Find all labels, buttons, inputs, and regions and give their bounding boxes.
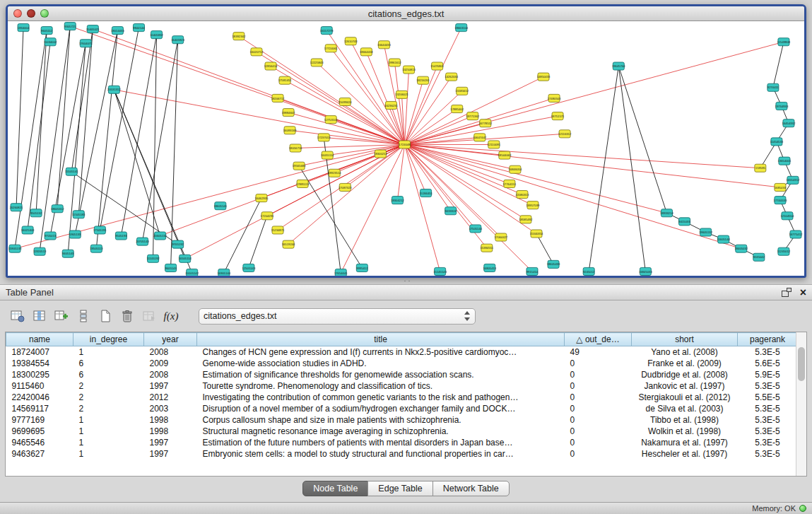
table-row[interactable]: 1938455462009Genome-wide association stu… (6, 358, 798, 369)
graph-node[interactable]: 9405143 (62, 250, 74, 257)
graph-edge[interactable] (404, 28, 461, 144)
graph-node[interactable]: 11034002 (44, 38, 57, 46)
graph-node[interactable]: 19605132 (699, 228, 712, 236)
close-panel-icon[interactable]: × (800, 288, 806, 298)
table-row[interactable]: 1830029562008Estimation of significance … (6, 369, 798, 380)
graph-node[interactable]: 16905144 (217, 269, 230, 276)
graph-node[interactable]: 19565683 (293, 162, 306, 170)
graph-edge[interactable] (536, 234, 553, 264)
table-cell[interactable]: Investigating the contribution of common… (197, 392, 565, 403)
graph-node[interactable]: 16020712 (250, 48, 264, 56)
graph-node[interactable]: 17724061 (324, 45, 338, 52)
network-view[interactable]: 1724048183923421602071212856414175814511… (8, 22, 804, 276)
graph-edge[interactable] (589, 66, 618, 271)
graph-node[interactable]: 19734933 (775, 102, 789, 110)
table-cell[interactable]: Tourette syndrome. Phenomenology and cla… (197, 380, 565, 392)
graph-node[interactable]: 12505143 (242, 264, 256, 271)
graph-node[interactable]: 18392342 (233, 33, 246, 40)
graph-edge[interactable] (404, 144, 475, 228)
table-cell[interactable]: 1 (73, 426, 144, 437)
table-cell[interactable]: 0 (565, 369, 632, 380)
float-panel-icon[interactable] (782, 288, 792, 297)
graph-edge[interactable] (16, 28, 23, 207)
graph-node[interactable]: 1834004 (18, 24, 30, 32)
table-cell[interactable]: 2 (73, 380, 144, 392)
graph-node[interactable]: 16093169 (283, 127, 297, 134)
graph-node[interactable]: 15905133 (8, 245, 22, 252)
table-cell[interactable]: 5.3E-5 (738, 380, 798, 392)
graph-node[interactable]: 9995412 (356, 264, 368, 271)
zoom-window-button[interactable] (40, 9, 49, 18)
graph-node[interactable]: 16405923 (171, 36, 184, 44)
graph-node[interactable]: 159585 (755, 164, 766, 172)
table-cell[interactable]: 19384554 (6, 358, 73, 369)
graph-node[interactable]: 12610743 (344, 37, 358, 45)
table-cell[interactable]: 0 (565, 358, 632, 369)
table-row[interactable]: 946554611997Estimation of the future num… (6, 437, 798, 448)
table-cell[interactable]: 2 (73, 392, 144, 403)
network-window-titlebar[interactable]: citations_edges.txt (8, 6, 804, 21)
table-columns-icon[interactable] (30, 307, 49, 325)
table-cell[interactable]: 5.3E-5 (738, 448, 798, 460)
table-cell[interactable]: Embryonic stem cells: a model to study s… (197, 448, 565, 460)
table-gear-icon[interactable] (8, 307, 28, 325)
graph-node[interactable]: 9605112 (41, 27, 53, 35)
table-row[interactable]: 2242004622012Investigating the contribut… (6, 392, 798, 403)
graph-edge[interactable] (36, 30, 47, 213)
graph-node[interactable]: 1685433 (775, 183, 787, 191)
table-cell[interactable]: 0 (565, 448, 632, 460)
graph-node[interactable]: 18056716 (289, 144, 302, 152)
graph-node[interactable]: 16157278 (320, 27, 334, 35)
graph-node[interactable]: 17505144 (469, 225, 482, 233)
table-cell[interactable]: 1 (73, 346, 144, 358)
graph-node[interactable]: 9245042 (753, 253, 765, 261)
column-header[interactable]: title (197, 333, 565, 346)
graph-node[interactable]: 16236231 (384, 101, 398, 109)
table-cell[interactable]: 1 (73, 414, 144, 426)
graph-edge[interactable] (75, 30, 117, 234)
graph-node[interactable]: 17581451 (278, 76, 292, 84)
graph-node[interactable]: 9433324 (445, 207, 457, 215)
close-window-button[interactable] (13, 9, 22, 18)
graph-node[interactable]: 18605141 (213, 202, 227, 210)
graph-edge[interactable] (618, 66, 645, 271)
tab-edge-table[interactable]: Edge Table (367, 481, 433, 496)
graph-node[interactable]: 19961612 (388, 59, 401, 66)
table-cell[interactable]: Structural magnetic resonance image aver… (197, 426, 565, 437)
table-row[interactable]: 1456911722003Disruption of a novel membe… (6, 403, 798, 414)
graph-node[interactable]: 17885402 (450, 105, 464, 112)
graph-node[interactable]: 15583412 (455, 87, 469, 95)
graph-edge[interactable] (185, 144, 405, 258)
table-row[interactable]: 969969511998Structural magnetic resonanc… (6, 426, 798, 437)
graph-node[interactable]: 9705192 (172, 240, 184, 248)
table-cell[interactable]: 1997 (144, 437, 197, 448)
table-row[interactable]: 1872400712008Changes of HCN gene express… (6, 346, 798, 358)
graph-node[interactable]: 16845033 (639, 267, 652, 275)
graph-node[interactable]: 15505141 (65, 168, 78, 175)
column-header[interactable]: △ out_de… (565, 333, 632, 346)
graph-node[interactable]: 16846054 (509, 165, 522, 173)
graph-edge[interactable] (288, 144, 404, 244)
table-cell[interactable]: Hescheler et al. (1997) (632, 448, 738, 460)
table-cell[interactable]: 0 (565, 392, 632, 403)
table-cell[interactable]: 0 (565, 426, 632, 437)
graph-node[interactable]: 13250813 (402, 66, 416, 74)
graph-node[interactable]: 16454332 (782, 119, 796, 127)
graph-edge[interactable] (121, 35, 156, 235)
graph-node[interactable]: 9915414 (526, 267, 539, 275)
table-cell[interactable]: 2003 (144, 403, 197, 414)
table-cell[interactable]: 6 (73, 369, 144, 380)
panel-splitter[interactable] (0, 278, 812, 284)
graph-node[interactable]: 15234871 (271, 226, 285, 234)
graph-node[interactable]: 18216261 (416, 76, 430, 84)
table-row[interactable]: 946362711997Embryonic stem cells: a mode… (6, 448, 798, 460)
graph-edge[interactable] (404, 144, 741, 248)
graph-edge[interactable] (404, 109, 457, 144)
graph-node[interactable]: 16778512 (478, 119, 492, 127)
tab-network-table[interactable]: Network Table (433, 481, 510, 496)
table-scrollbar[interactable] (796, 332, 806, 476)
table-cell[interactable]: 9465546 (6, 437, 73, 448)
graph-edge[interactable] (404, 144, 440, 271)
graph-node[interactable]: 18206717 (271, 94, 285, 102)
table-cell[interactable]: 5.3E-5 (738, 403, 798, 414)
